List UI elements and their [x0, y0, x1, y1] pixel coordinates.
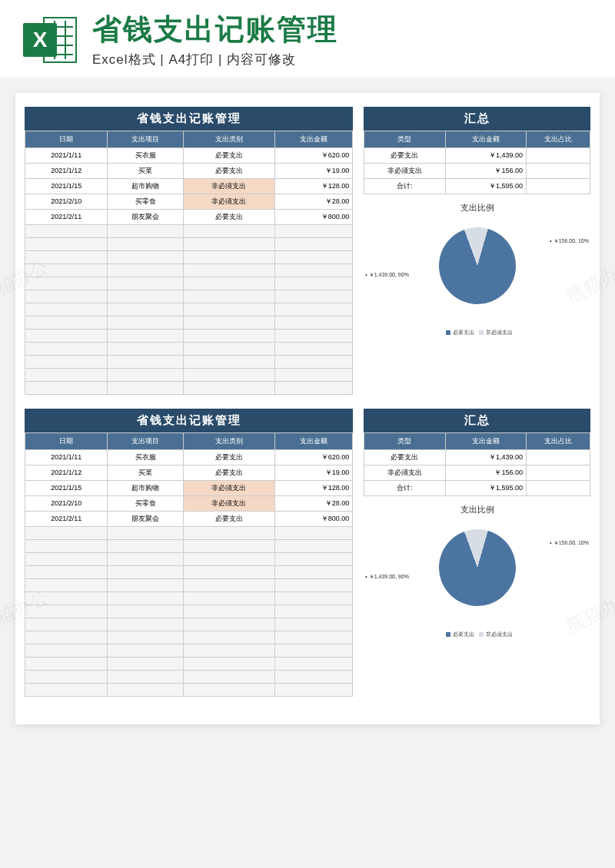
table-cell-empty [274, 683, 353, 696]
table-cell-empty [274, 290, 353, 303]
table-cell-empty [274, 565, 353, 578]
expense-header-cell: 支出金额 [274, 131, 353, 147]
table-cell-empty [183, 605, 274, 618]
table-cell: 2021/1/15 [25, 178, 108, 194]
table-cell-empty [25, 368, 108, 381]
table-row-empty [25, 316, 353, 329]
table-cell-empty [274, 605, 353, 618]
table-cell-empty [274, 355, 353, 368]
table-cell: 买衣服 [108, 449, 183, 465]
table-cell-empty [108, 631, 183, 644]
table-cell-empty [108, 605, 183, 618]
excel-x-badge: X [23, 23, 57, 57]
pie-label-main: • ￥1,439.00, 90% [365, 574, 409, 580]
table-cell-empty [25, 539, 108, 552]
table-cell: ￥800.00 [274, 209, 353, 224]
summary-header-cell: 支出占比 [526, 131, 590, 147]
expense-header-cell: 日期 [25, 432, 108, 449]
table-cell-empty [108, 342, 183, 355]
table-cell: 2021/1/12 [25, 163, 108, 178]
expense-header-cell: 支出项目 [108, 131, 183, 147]
summary-table: 类型支出金额支出占比必要支出￥1,439.00非必须支出￥156.00合计:￥1… [364, 131, 590, 194]
table-cell-empty [108, 578, 183, 591]
pie-chart: • ￥1,439.00, 90%• ￥156.00, 10% [364, 520, 590, 628]
table-cell-empty [183, 552, 274, 565]
table-cell-empty [25, 329, 108, 342]
table-cell-empty [274, 591, 353, 605]
table-row: 2021/2/11朋友聚会必要支出￥800.00 [25, 209, 353, 224]
table-row-empty [25, 250, 353, 263]
table-cell: 2021/2/11 [25, 209, 108, 224]
table-cell-empty [274, 578, 353, 591]
expense-table: 日期支出项目支出类别支出金额2021/1/11买衣服必要支出￥620.00202… [25, 432, 353, 697]
table-cell: ￥28.00 [274, 495, 353, 511]
table-cell [526, 465, 590, 480]
table-cell-empty [25, 355, 108, 368]
table-cell-empty [183, 329, 274, 342]
summary-header-cell: 支出金额 [445, 131, 526, 147]
sheet-instance-2: 省钱支出记账管理日期支出项目支出类别支出金额2021/1/11买衣服必要支出￥6… [25, 409, 590, 697]
template-canvas: 熊猫办公 熊猫办公 熊猫办公 熊猫办公 省钱支出记账管理日期支出项目支出类别支出… [15, 93, 600, 724]
table-cell-empty [183, 316, 274, 329]
table-cell: 超市购物 [108, 178, 183, 194]
table-cell-empty [108, 657, 183, 670]
table-row-empty [25, 618, 353, 631]
table-row-empty [25, 329, 353, 342]
table-cell-empty [183, 539, 274, 552]
table-row: 2021/1/11买衣服必要支出￥620.00 [25, 147, 353, 163]
table-cell-empty [25, 250, 108, 263]
table-cell-empty [108, 670, 183, 683]
table-row-empty [25, 303, 353, 316]
table-row-empty [25, 565, 353, 578]
table-cell-empty [183, 657, 274, 670]
table-cell-empty [25, 644, 108, 657]
table-row: 合计:￥1,595.00 [364, 178, 590, 194]
table-cell: 买零食 [108, 194, 183, 209]
summary-panel: 汇总类型支出金额支出占比必要支出￥1,439.00非必须支出￥156.00合计:… [364, 107, 590, 395]
table-row-empty [25, 355, 353, 368]
table-row-empty [25, 683, 353, 696]
table-cell: 合计: [364, 480, 445, 495]
table-cell: 2021/1/15 [25, 480, 108, 495]
table-cell-empty [183, 250, 274, 263]
table-cell-empty [274, 381, 353, 394]
table-cell-empty [274, 237, 353, 250]
table-cell: 非必须支出 [364, 163, 445, 178]
table-row-empty [25, 670, 353, 683]
expense-header-cell: 支出项目 [108, 432, 183, 449]
table-cell-empty [274, 657, 353, 670]
table-cell-empty [108, 224, 183, 237]
table-row-empty [25, 657, 353, 670]
table-cell-empty [183, 565, 274, 578]
table-cell-empty [274, 631, 353, 644]
table-cell: 2021/2/10 [25, 495, 108, 511]
table-cell: ￥1,595.00 [445, 480, 526, 495]
table-cell-empty [183, 290, 274, 303]
table-cell: 朋友聚会 [108, 209, 183, 224]
table-cell-empty [274, 552, 353, 565]
page-header: X 省钱支出记账管理 Excel格式 | A4打印 | 内容可修改 [0, 0, 615, 78]
table-cell-empty [25, 303, 108, 316]
page-title: 省钱支出记账管理 [92, 14, 592, 46]
table-cell: ￥800.00 [274, 511, 353, 526]
table-cell-empty [25, 565, 108, 578]
chart-title: 支出比例 [364, 504, 590, 515]
table-row: 2021/2/10买零食非必须支出￥28.00 [25, 194, 353, 209]
table-cell-empty [108, 591, 183, 605]
table-cell-empty [25, 237, 108, 250]
table-cell: ￥620.00 [274, 147, 353, 163]
table-row: 2021/1/12买菜必要支出￥19.00 [25, 163, 353, 178]
expense-header-cell: 日期 [25, 131, 108, 147]
table-cell-empty [108, 539, 183, 552]
table-cell: 2021/1/12 [25, 465, 108, 480]
table-cell: 必要支出 [183, 511, 274, 526]
table-cell: 2021/2/11 [25, 511, 108, 526]
table-cell: ￥128.00 [274, 480, 353, 495]
table-cell-empty [108, 329, 183, 342]
table-row-empty [25, 591, 353, 605]
table-row-empty [25, 381, 353, 394]
page-subtitle: Excel格式 | A4打印 | 内容可修改 [92, 51, 592, 68]
table-cell-empty [108, 368, 183, 381]
table-cell [526, 480, 590, 495]
table-cell-empty [108, 644, 183, 657]
